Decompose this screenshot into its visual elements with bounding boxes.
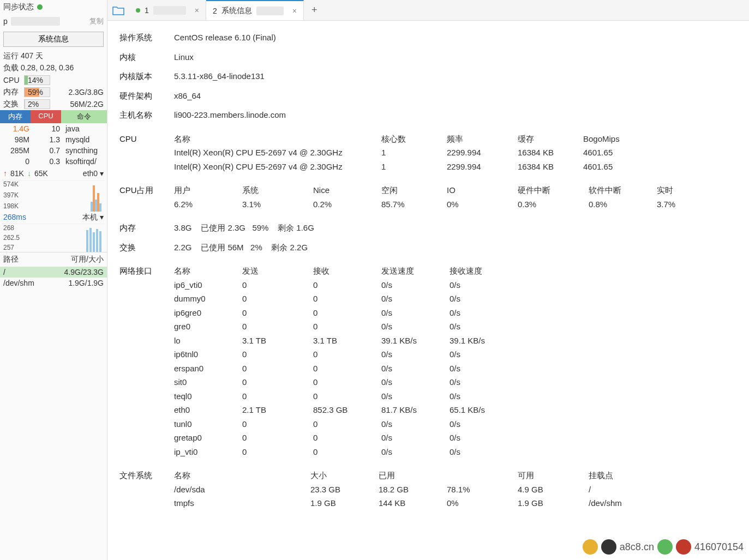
watermark-icon: [601, 539, 616, 555]
os-label: 操作系统: [119, 31, 174, 45]
cpuusage-col: 空闲85.7%: [381, 183, 447, 211]
cpu-row: Intel(R) Xeon(R) CPU E5-2697 v4 @ 2.30GH…: [174, 146, 737, 160]
net-speed-row: ↑81K ↓65K eth0 ▾: [0, 167, 107, 180]
cpu-section: CPU 名称 核心数 频率 缓存 BogoMips Intel(R) Xeon(…: [119, 132, 737, 174]
arch-value: x86_64: [174, 89, 737, 103]
status-dot-icon: [37, 4, 43, 10]
netif-row: tunl0000/s0/s: [174, 417, 737, 431]
kver-label: 内核版本: [119, 69, 174, 83]
ip-prefix: p: [3, 17, 8, 26]
main: 1 × 2 系统信息 × + 操作系统CentOS release 6.10 (…: [107, 0, 749, 560]
ip-blurred: [11, 17, 60, 26]
cpuusage-section: CPU占用 用户6.2%系统3.1%Nice0.2%空闲85.7%IO0%硬件中…: [119, 183, 737, 211]
cpuusage-col: 实时3.7%: [657, 183, 700, 211]
cpuusage-col: 软件中断0.8%: [589, 183, 657, 211]
arrow-down-icon: ↓: [27, 169, 31, 178]
dot-icon: [136, 8, 140, 13]
process-row[interactable]: 98M1.3mysqld: [0, 134, 107, 145]
process-list: 1.4G10java98M1.3mysqld285M0.7syncthing00…: [0, 123, 107, 167]
host-value: li900-223.members.linode.com: [174, 108, 737, 122]
kver-value: 5.3.11-x86_64-linode131: [174, 69, 737, 83]
load-row: 负载 0.28, 0.28, 0.36: [0, 62, 107, 74]
ping-sparkline: 268 262.5 257: [2, 224, 105, 252]
tab1-blurred: [153, 6, 186, 15]
disk-row[interactable]: /4.9G/23.3G: [0, 267, 107, 278]
process-header: 内存 CPU 命令: [0, 110, 107, 123]
ip-row: p 复制: [0, 14, 107, 28]
watermark-icon: [657, 539, 673, 555]
watermark-icon: [676, 539, 691, 555]
kernel-value: Linux: [174, 50, 737, 64]
sync-status-row: 同步状态: [0, 0, 107, 14]
tab-1[interactable]: 1 ×: [129, 0, 206, 20]
mem-meter: 内存 59% 2.3G/3.8G: [0, 86, 107, 98]
iface-select[interactable]: eth0 ▾: [83, 169, 104, 178]
watermark-icon: [583, 539, 598, 555]
arch-label: 硬件架构: [119, 89, 174, 103]
cpuusage-col: 系统3.1%: [242, 183, 313, 211]
netif-row: gretap0000/s0/s: [174, 431, 737, 445]
new-tab-button[interactable]: +: [304, 4, 325, 16]
netif-row: erspan0000/s0/s: [174, 362, 737, 376]
close-icon[interactable]: ×: [292, 7, 297, 15]
cpu-row: Intel(R) Xeon(R) CPU E5-2697 v4 @ 2.30GH…: [174, 160, 737, 174]
kernel-label: 内核: [119, 50, 174, 64]
netif-row: sit0000/s0/s: [174, 375, 737, 389]
tab-system-info[interactable]: 2 系统信息 ×: [206, 0, 304, 20]
swap-meter: 交换 2% 56M/2.2G: [0, 98, 107, 110]
process-row[interactable]: 1.4G10java: [0, 123, 107, 134]
content-pane: 操作系统CentOS release 6.10 (Final) 内核Linux …: [107, 21, 749, 526]
netif-row: ip6tnl0000/s0/s: [174, 347, 737, 362]
tab2-blurred: [256, 7, 284, 15]
netif-row: ip6gre0000/s0/s: [174, 306, 737, 320]
netif-row: teql0000/s0/s: [174, 389, 737, 404]
host-label: 主机名称: [119, 108, 174, 122]
cpuusage-col: 用户6.2%: [174, 183, 242, 211]
ping-row: 268ms 本机 ▾: [0, 212, 107, 224]
netif-row: ip_vti0000/s0/s: [174, 445, 737, 459]
mem-section: 内存 3.8G 已使用 2.3G 59% 剩余 1.6G 交换 2.2G 已使用…: [119, 221, 737, 254]
fs-row: tmpfs1.9 GB144 KB0%1.9 GB/dev/shm: [174, 496, 737, 510]
netif-row: dummy0000/s0/s: [174, 292, 737, 306]
netif-row: lo3.1 TB3.1 TB39.1 KB/s39.1 KB/s: [174, 334, 737, 348]
sync-label: 同步状态: [3, 2, 34, 12]
net-sparkline: 574K 397K 198K: [2, 180, 105, 212]
watermark: a8c8.cn 416070154: [583, 539, 744, 555]
cpuusage-col: Nice0.2%: [313, 183, 381, 211]
system-info-button[interactable]: 系统信息: [3, 32, 104, 47]
tab-bar: 1 × 2 系统信息 × +: [107, 0, 749, 21]
process-row[interactable]: 285M0.7syncthing: [0, 145, 107, 156]
netif-row: eth02.1 TB852.3 GB81.7 KB/s65.1 KB/s: [174, 403, 737, 417]
fs-section: 文件系统 名称 大小 已用 可用 挂载点 /dev/sda23.3 GB18.2…: [119, 468, 737, 510]
fs-row: /dev/sda23.3 GB18.2 GB78.1%4.9 GB/: [174, 483, 737, 497]
sidebar: 同步状态 p 复制 系统信息 运行 407 天 负载 0.28, 0.28, 0…: [0, 0, 107, 560]
cpu-meter: CPU 14%: [0, 74, 107, 86]
uptime-row: 运行 407 天: [0, 50, 107, 62]
netif-row: gre0000/s0/s: [174, 320, 737, 334]
ping-host-select[interactable]: 本机 ▾: [82, 213, 104, 222]
disk-header: 路径 可用/大小: [0, 252, 107, 267]
disk-list: /4.9G/23.3G/dev/shm1.9G/1.9G: [0, 267, 107, 288]
cpuusage-col: 硬件中断0.3%: [518, 183, 589, 211]
cpuusage-col: IO0%: [447, 183, 518, 211]
netif-section: 网络接口 名称 发送 接收 发送速度 接收速度 ip6_vti0000/s0/s…: [119, 264, 737, 459]
arrow-up-icon: ↑: [3, 169, 7, 178]
os-value: CentOS release 6.10 (Final): [174, 31, 737, 45]
netif-row: ip6_vti0000/s0/s: [174, 278, 737, 292]
copy-button[interactable]: 复制: [89, 16, 104, 26]
disk-row[interactable]: /dev/shm1.9G/1.9G: [0, 278, 107, 288]
folder-icon[interactable]: [107, 5, 129, 15]
close-icon[interactable]: ×: [195, 6, 199, 15]
process-row[interactable]: 00.3ksoftirqd/: [0, 156, 107, 167]
